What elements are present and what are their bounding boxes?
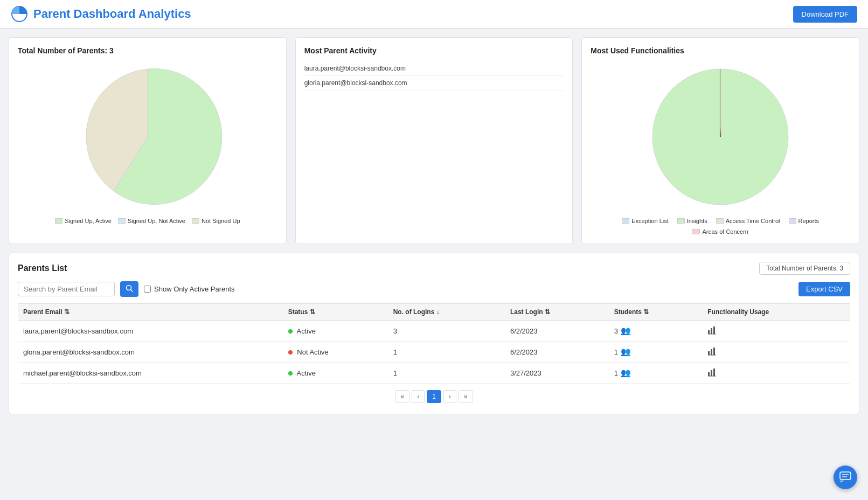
legend-label-active: Signed Up, Active bbox=[65, 218, 112, 224]
cell-usage-1[interactable] bbox=[702, 342, 850, 363]
cell-usage-0[interactable] bbox=[702, 321, 850, 342]
cell-students-0: 3 👥 bbox=[609, 321, 703, 342]
activity-email-1: laura.parent@blocksi-sandbox.com bbox=[304, 61, 564, 76]
cell-status-2: Active bbox=[283, 363, 388, 384]
legend-signed-up-active: Signed Up, Active bbox=[55, 218, 112, 224]
legend-label-access: Access Time Control bbox=[726, 218, 780, 224]
status-dot-0 bbox=[288, 329, 293, 334]
bar-chart-icon-0 bbox=[707, 325, 717, 335]
cell-logins-1: 1 bbox=[388, 342, 505, 363]
pagination-first[interactable]: « bbox=[395, 390, 409, 403]
legend-label-not-active: Signed Up, Not Active bbox=[128, 218, 185, 224]
students-icon-2: 👥 bbox=[621, 368, 631, 378]
pagination-page-1[interactable]: 1 bbox=[427, 390, 441, 403]
func-pie-container: Exception List Insights Access Time Cont… bbox=[591, 61, 850, 235]
cell-logins-2: 1 bbox=[388, 363, 505, 384]
svg-line-4 bbox=[131, 290, 133, 292]
legend-label-areas: Areas of Concern bbox=[702, 228, 748, 235]
bar-chart-icon-1 bbox=[707, 346, 717, 356]
cell-status-0: Active bbox=[283, 321, 388, 342]
pie-chart-container: Signed Up, Active Signed Up, Not Active … bbox=[18, 61, 277, 224]
sort-icon-status: ⇅ bbox=[310, 308, 315, 316]
toolbar: Show Only Active Parents Export CSV bbox=[18, 281, 850, 297]
cell-email-2: michael.parent@blocksi-sandbox.com bbox=[18, 363, 283, 384]
table-row: michael.parent@blocksi-sandbox.com Activ… bbox=[18, 363, 850, 384]
export-csv-button[interactable]: Export CSV bbox=[798, 282, 850, 296]
svg-rect-13 bbox=[708, 372, 710, 376]
legend-color-exception bbox=[622, 218, 629, 224]
cell-email-1: gloria.parent@blocksi-sandbox.com bbox=[18, 342, 283, 363]
usage-chart-icon-0[interactable] bbox=[707, 327, 717, 336]
legend-reports: Reports bbox=[789, 218, 820, 224]
legend-color-access bbox=[716, 218, 724, 224]
most-used-card: Most Used Functionalities Exception List… bbox=[581, 37, 859, 244]
active-parents-filter[interactable]: Show Only Active Parents bbox=[144, 285, 235, 293]
legend-label-not-signed: Not Signed Up bbox=[202, 218, 240, 224]
cell-usage-2[interactable] bbox=[702, 363, 850, 384]
usage-chart-icon-1[interactable] bbox=[707, 348, 717, 357]
table-row: gloria.parent@blocksi-sandbox.com Not Ac… bbox=[18, 342, 850, 363]
search-button[interactable] bbox=[120, 281, 138, 297]
cell-last-login-2: 3/27/2023 bbox=[505, 363, 609, 384]
cards-row: Total Number of Parents: 3 Signed Up, Ac… bbox=[0, 29, 868, 253]
svg-rect-9 bbox=[708, 351, 710, 355]
col-status[interactable]: Status ⇅ bbox=[283, 304, 388, 321]
parents-list-title: Parents List bbox=[18, 263, 67, 273]
col-students[interactable]: Students ⇅ bbox=[609, 304, 703, 321]
col-last-login[interactable]: Last Login ⇅ bbox=[505, 304, 609, 321]
parents-table: Parent Email ⇅ Status ⇅ No. of Logins ↓ … bbox=[18, 303, 850, 384]
func-legend: Exception List Insights Access Time Cont… bbox=[591, 218, 850, 235]
svg-rect-15 bbox=[713, 369, 715, 376]
svg-rect-11 bbox=[713, 348, 715, 355]
col-email[interactable]: Parent Email ⇅ bbox=[18, 304, 283, 321]
col-functionality: Functionality Usage bbox=[702, 304, 850, 321]
legend-signed-up-not-active: Signed Up, Not Active bbox=[118, 218, 185, 224]
active-parents-label: Show Only Active Parents bbox=[154, 285, 235, 293]
student-count-1: 1 bbox=[614, 348, 618, 356]
page-header: Parent Dashboard Analytics Download PDF bbox=[0, 0, 868, 29]
students-icon-1: 👥 bbox=[621, 347, 631, 357]
pagination-last[interactable]: » bbox=[459, 390, 473, 403]
legend-access-time: Access Time Control bbox=[716, 218, 780, 224]
col-logins[interactable]: No. of Logins ↓ bbox=[388, 304, 505, 321]
cell-students-1: 1 👥 bbox=[609, 342, 703, 363]
parents-list-header: Parents List Total Number of Parents: 3 bbox=[18, 262, 850, 275]
legend-color-areas bbox=[692, 229, 700, 234]
legend-color-not-signed bbox=[192, 218, 199, 224]
header-left: Parent Dashboard Analytics bbox=[11, 5, 191, 23]
search-icon bbox=[126, 284, 133, 292]
most-activity-card: Most Parent Activity laura.parent@blocks… bbox=[295, 37, 573, 244]
parents-list-section: Parents List Total Number of Parents: 3 … bbox=[9, 253, 859, 414]
status-label-0: Active bbox=[297, 327, 316, 335]
legend-areas-concern: Areas of Concern bbox=[692, 228, 748, 235]
search-input[interactable] bbox=[18, 282, 115, 296]
most-activity-title: Most Parent Activity bbox=[304, 46, 564, 55]
legend-color-insights bbox=[677, 218, 685, 224]
cell-students-2: 1 👥 bbox=[609, 363, 703, 384]
parents-pie-chart bbox=[72, 61, 223, 212]
cell-last-login-0: 6/2/2023 bbox=[505, 321, 609, 342]
legend-color-reports bbox=[789, 218, 796, 224]
legend-color-active bbox=[55, 218, 63, 224]
pagination-prev[interactable]: ‹ bbox=[412, 390, 425, 403]
legend-label-insights: Insights bbox=[687, 218, 707, 224]
legend-not-signed-up: Not Signed Up bbox=[192, 218, 240, 224]
sort-icon-last-login: ⇅ bbox=[545, 308, 550, 316]
legend-insights: Insights bbox=[677, 218, 707, 224]
status-label-1: Not Active bbox=[297, 348, 329, 356]
total-parents-badge: Total Number of Parents: 3 bbox=[759, 262, 850, 275]
analytics-icon bbox=[11, 5, 28, 23]
usage-chart-icon-2[interactable] bbox=[707, 369, 717, 378]
pagination-next[interactable]: › bbox=[443, 390, 456, 403]
bar-chart-icon-2 bbox=[707, 367, 717, 377]
total-parents-card: Total Number of Parents: 3 Signed Up, Ac… bbox=[9, 37, 287, 244]
svg-rect-14 bbox=[711, 370, 712, 376]
activity-email-2: gloria.parent@blocksi-sandbox.com bbox=[304, 76, 564, 91]
download-pdf-button[interactable]: Download PDF bbox=[793, 6, 857, 23]
active-parents-checkbox[interactable] bbox=[144, 286, 151, 293]
legend-label-reports: Reports bbox=[798, 218, 820, 224]
total-parents-title: Total Number of Parents: 3 bbox=[18, 46, 277, 55]
legend-color-not-active bbox=[118, 218, 126, 224]
svg-rect-7 bbox=[713, 327, 715, 334]
cell-status-1: Not Active bbox=[283, 342, 388, 363]
